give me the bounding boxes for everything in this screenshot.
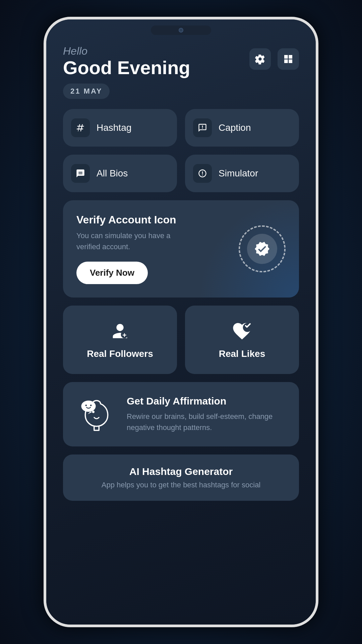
hashtag-icon <box>76 123 85 132</box>
header-icons <box>249 48 299 70</box>
social-grid: Real Followers Real Likes <box>63 306 299 374</box>
affirmation-right: Get Daily Affirmation Rewire our brains,… <box>127 395 286 433</box>
real-followers-icon <box>109 320 131 342</box>
phone-frame: Hello Good Evening 21 MAY <box>44 17 318 627</box>
simulator-icon <box>198 169 207 178</box>
greeting-main: Good Evening <box>63 57 190 78</box>
caption-icon <box>198 123 207 132</box>
grid-button[interactable] <box>278 48 299 70</box>
simulator-button[interactable]: Simulator <box>185 155 299 192</box>
hashtag-label: Hashtag <box>97 122 131 133</box>
verify-title: Verify Account Icon <box>76 214 184 226</box>
allbios-button[interactable]: All Bios <box>63 155 177 192</box>
ai-hashtag-card[interactable]: AI Hashtag Generator App helps you to ge… <box>63 454 299 501</box>
real-likes-label: Real Likes <box>219 348 265 359</box>
allbios-icon <box>76 169 85 178</box>
svg-point-4 <box>85 405 87 406</box>
verified-check-icon <box>254 241 270 257</box>
verify-circle <box>239 225 286 272</box>
verify-desc: You can simulate you have a verified acc… <box>76 230 184 252</box>
header-left: Hello Good Evening 21 MAY <box>63 45 190 99</box>
affirmation-card[interactable]: Get Daily Affirmation Rewire our brains,… <box>63 382 299 446</box>
greeting-hello: Hello <box>63 45 190 57</box>
affirmation-desc: Rewire our brains, build self-esteem, ch… <box>127 411 286 433</box>
hashtag-button[interactable]: Hashtag <box>63 109 177 147</box>
verify-card: Verify Account Icon You can simulate you… <box>63 200 299 298</box>
header: Hello Good Evening 21 MAY <box>63 45 299 99</box>
real-likes-icon <box>231 320 253 342</box>
ai-hashtag-desc: App helps you to get the best hashtags f… <box>76 481 286 489</box>
gear-icon <box>255 54 265 64</box>
settings-button[interactable] <box>249 48 271 70</box>
status-bar <box>46 19 316 38</box>
verify-icon-wrap <box>239 225 286 272</box>
allbios-icon-wrap <box>71 164 90 183</box>
menu-grid-row1: Hashtag Caption <box>63 109 299 147</box>
hashtag-icon-wrap <box>71 118 90 137</box>
verify-now-button[interactable]: Verify Now <box>76 262 148 284</box>
real-likes-card[interactable]: Real Likes <box>185 306 299 374</box>
grid-icon <box>283 54 294 64</box>
date-badge: 21 MAY <box>63 84 110 99</box>
simulator-icon-wrap <box>193 164 212 183</box>
phone-screen: Hello Good Evening 21 MAY <box>46 19 316 625</box>
notch <box>151 25 211 35</box>
real-followers-card[interactable]: Real Followers <box>63 306 177 374</box>
real-followers-label: Real Followers <box>87 348 153 359</box>
caption-icon-wrap <box>193 118 212 137</box>
ai-hashtag-title: AI Hashtag Generator <box>76 466 286 477</box>
menu-grid-row2: All Bios Simulator <box>63 155 299 192</box>
allbios-label: All Bios <box>97 168 128 179</box>
caption-button[interactable]: Caption <box>185 109 299 147</box>
affirmation-icon-wrap <box>76 394 117 434</box>
camera-dot <box>179 28 183 33</box>
verify-check-wrap <box>247 234 277 264</box>
caption-label: Caption <box>219 122 251 133</box>
affirmation-brain-icon <box>76 394 117 434</box>
affirmation-title: Get Daily Affirmation <box>127 395 286 407</box>
verify-card-left: Verify Account Icon You can simulate you… <box>76 214 184 284</box>
simulator-label: Simulator <box>219 168 258 179</box>
svg-point-3 <box>81 400 96 412</box>
main-content: Hello Good Evening 21 MAY <box>46 38 316 625</box>
svg-point-5 <box>90 405 92 406</box>
